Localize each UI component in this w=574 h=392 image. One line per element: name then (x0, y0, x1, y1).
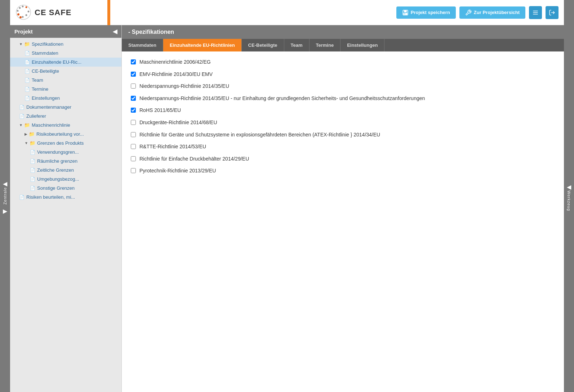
sidebar-item-label: Termine (32, 86, 48, 92)
sidebar-item-ce-beteiligte[interactable]: 📄 CE-Beteiligte (10, 67, 121, 76)
sidebar-item-label: Verwendungsgren... (37, 149, 79, 155)
sidebar-item-grenzen-des-produkts[interactable]: ▼ 📁 Grenzen des Produkts (10, 139, 121, 148)
file-icon: 📄 (25, 87, 30, 92)
tab-termine[interactable]: Termine (310, 39, 341, 51)
sidebar-item-einstellungen[interactable]: 📄 Einstellungen (10, 94, 121, 103)
file-icon: 📄 (25, 69, 30, 74)
checkbox-niederspannungs[interactable] (131, 84, 136, 89)
svg-point-9 (28, 11, 30, 13)
sidebar-item-risikobeurteilung[interactable]: ▶ 📁 Risikobeurteilung vor... (10, 130, 121, 139)
svg-point-1 (17, 13, 19, 15)
sidebar-item-verwendungsgren[interactable]: 📄 Verwendungsgren... (10, 148, 121, 157)
sidebar-item-umgebungsbezog[interactable]: 📄 Umgebungsbezog... (10, 175, 121, 184)
sidebar-item-maschinenrichlinie[interactable]: ▼ 📁 Maschinenrichlinie (10, 121, 121, 130)
save-button[interactable]: Projekt speichern (396, 6, 456, 19)
svg-rect-12 (404, 13, 408, 14)
sidebar-item-risiken-beurteilen[interactable]: 📄 Risiken beurteilen, mi... (10, 193, 121, 202)
logout-button[interactable] (546, 6, 559, 19)
panel-title: - Spezifikationen (128, 29, 174, 35)
sidebar-item-label: Sonstige Grenzen (37, 185, 75, 191)
logout-icon (549, 9, 555, 16)
sidebar-item-label: CE-Beteiligte (32, 68, 59, 74)
item-text-pyrotechnik: Pyrotechnik-Richtlinie 2013/29/EU (139, 167, 216, 175)
folder-icon: 📁 (30, 140, 35, 146)
checklist-item-niederspannungs: Niederspannungs-Richtlinie 2014/35/EU (131, 83, 555, 90)
expand-arrow: ▼ (19, 42, 23, 46)
left-panel-label: Zentrale (3, 187, 7, 204)
left-arrow-icon-2: ▶ (3, 208, 7, 215)
checklist-item-druckgeraete: Druckgeräte-Richtlinie 2014/68/EU (131, 119, 555, 126)
overview-button-label: Zur Projektübersicht (474, 10, 520, 15)
sidebar-title: Projekt (14, 28, 33, 35)
sidebar-item-raeumliche-grenzen[interactable]: 📄 Räumliche grenzen (10, 157, 121, 166)
item-text-maschinenrichtlinie: Maschinenrichtlinie 2006/42/EG (139, 59, 211, 66)
item-text-rohs: RoHS 2011/65/EU (139, 107, 181, 114)
checkbox-maschinenrichtlinie[interactable] (131, 59, 136, 64)
right-panel-toggle[interactable]: ◀ Werkzeug (564, 0, 574, 392)
sidebar-item-zulieferer[interactable]: 📄 Zulieferer (10, 112, 121, 121)
sidebar-item-team[interactable]: 📄 Team (10, 76, 121, 85)
checklist-item-emv: EMV-Richtlinie 2014/30/EU EMV (131, 71, 555, 78)
checkbox-pyrotechnik[interactable] (131, 168, 136, 173)
svg-point-3 (17, 10, 19, 12)
expand-arrow: ▶ (25, 132, 27, 136)
sidebar-item-label: Umgebungsbezog... (37, 176, 79, 182)
checkbox-atex[interactable] (131, 132, 136, 137)
tab-stammdaten[interactable]: Stammdaten (122, 39, 163, 51)
checkbox-rtte[interactable] (131, 144, 136, 149)
main-panel: - Spezifikationen Stammdaten Einzuhalten… (122, 25, 564, 392)
checkbox-rohs[interactable] (131, 108, 136, 113)
sidebar-item-label: Risiken beurteilen, mi... (26, 194, 75, 200)
orange-divider (107, 0, 110, 25)
content-area: Projekt ◀ ▼ 📁 Spezifikationen 📄 Stamm (10, 25, 564, 392)
checklist-item-pyrotechnik: Pyrotechnik-Richtlinie 2013/29/EU (131, 167, 555, 175)
item-text-druckgeraete: Druckgeräte-Richtlinie 2014/68/EU (139, 119, 217, 126)
overview-button[interactable]: Zur Projektübersicht (459, 6, 525, 19)
checklist-item-rtte: R&TTE-Richtlinie 2014/53/EU (131, 143, 555, 150)
checklist-item-druckbehaelter: Richtlinie für Einfache Druckbehälter 20… (131, 156, 555, 163)
sidebar-item-eu-richtlinien[interactable]: 📄 Einzuhaltende EU-Ric... (10, 58, 121, 67)
sidebar-item-dokumentenmanager[interactable]: 📄 Dokumentenmanager (10, 103, 121, 112)
file-icon: 📄 (19, 114, 25, 119)
checklist-item-maschinenrichtlinie: Maschinenrichtlinie 2006/42/EG (131, 59, 555, 66)
item-text-niederspannungs-sicherheit: Niederspannungs-Richtlinie 2014/35/EU - … (139, 95, 425, 102)
svg-point-2 (19, 16, 22, 18)
sidebar-item-label: Einzuhaltende EU-Ric... (32, 59, 81, 65)
sidebar-item-sonstige-grenzen[interactable]: 📄 Sonstige Grenzen (10, 184, 121, 193)
file-icon: 📄 (19, 105, 25, 110)
sidebar-item-zeitliche-grenzen[interactable]: 📄 Zeitliche Grenzen (10, 166, 121, 175)
sidebar-item-label: Räumliche grenzen (37, 158, 77, 164)
checklist-item-atex: Richtlinie für Geräte und Schutzsysteme … (131, 131, 555, 139)
sidebar-item-label: Spezifikationen (32, 41, 63, 47)
folder-icon: 📁 (29, 131, 35, 137)
tab-einstellungen[interactable]: Einstellungen (341, 39, 384, 51)
tab-ce-beteiligte[interactable]: CE-Beteiligte (242, 39, 284, 51)
checkbox-niederspannungs-sicherheit[interactable] (131, 96, 136, 101)
checkbox-druckbehaelter[interactable] (131, 156, 136, 161)
right-arrow-icon: ◀ (567, 184, 571, 190)
sidebar-item-termine[interactable]: 📄 Termine (10, 85, 121, 94)
left-panel-toggle[interactable]: ◀ Zentrale ▶ (0, 0, 10, 392)
file-icon: 📄 (19, 195, 25, 200)
sidebar-item-label: Maschinenrichlinie (32, 122, 70, 128)
sidebar-item-label: Einstellungen (32, 95, 60, 101)
file-icon: 📄 (25, 96, 30, 101)
panel-content: Maschinenrichtlinie 2006/42/EG EMV-Richt… (122, 51, 564, 392)
sidebar-item-label: Zulieferer (26, 113, 46, 119)
svg-rect-15 (533, 12, 538, 13)
sidebar-collapse-button[interactable]: ◀ (113, 28, 117, 35)
sidebar-item-stammdaten[interactable]: 📄 Stammdaten (10, 49, 121, 58)
tab-team[interactable]: Team (284, 39, 310, 51)
logo-text: CE SAFE (35, 8, 71, 17)
left-arrow-icon: ◀ (3, 180, 7, 187)
checklist-item-rohs: RoHS 2011/65/EU (131, 107, 555, 114)
sidebar-item-spezifikationen[interactable]: ▼ 📁 Spezifikationen (10, 40, 121, 49)
menu-button[interactable] (529, 6, 542, 19)
sidebar: Projekt ◀ ▼ 📁 Spezifikationen 📄 Stamm (10, 25, 122, 392)
checkbox-druckgeraete[interactable] (131, 120, 136, 125)
file-icon: 📄 (30, 150, 35, 155)
checkbox-emv[interactable] (131, 72, 136, 77)
tab-eu-richtlinien[interactable]: Einzuhaltende EU-Richtlinien (163, 39, 242, 51)
sidebar-item-label: Risikobeurteilung vor... (36, 131, 84, 137)
item-text-atex: Richtlinie für Geräte und Schutzsysteme … (139, 131, 380, 139)
